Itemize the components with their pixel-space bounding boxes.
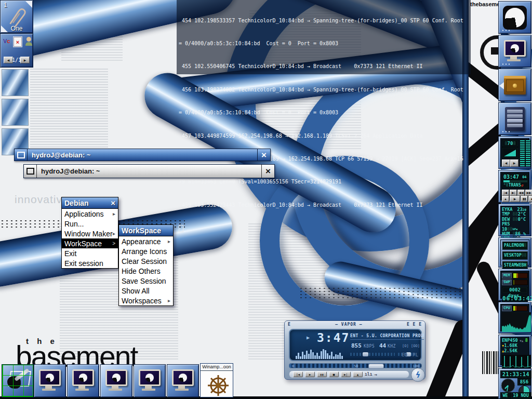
menu-titlebar[interactable]: Debian × — [61, 197, 118, 209]
player-prev-button[interactable]: |◀ — [502, 190, 509, 196]
menu-item-run[interactable]: Run... — [62, 219, 118, 229]
volume-slider-handle[interactable] — [363, 352, 368, 356]
menu-item-workspaces[interactable]: Workspaces▸ — [119, 296, 173, 305]
menu-item-show-all[interactable]: Show All — [119, 286, 173, 296]
workspace-submenu: WorkSpace Appearance▸ Arrange Icons Clea… — [118, 224, 174, 306]
titlebar-inactive[interactable]: hydroJ@debian: ~ × — [23, 164, 275, 178]
submenu-titlebar[interactable]: WorkSpace — [118, 224, 174, 236]
menu-item-arrange-icons[interactable]: Arrange Icons — [119, 246, 173, 256]
close-button[interactable]: × — [257, 149, 270, 161]
dock-tile-terminal[interactable] — [498, 35, 531, 68]
vc-app-icon[interactable]: Vc — [3, 38, 10, 44]
position-slider[interactable]: 0 50 100 — [289, 363, 422, 368]
eject-button[interactable]: ▲ — [353, 371, 363, 377]
memload-dockapp[interactable]: MEM SWP 0002 days, 06:03:42 — [498, 269, 531, 301]
launcher-button-palemoon[interactable]: PALEMOON8 — [502, 241, 528, 250]
launcher-dockapp[interactable]: PALEMOON8 VESKTOP88 STEAMWEBH — [498, 237, 531, 268]
winamp-clutter-badge[interactable]: E — [288, 322, 291, 327]
titlebar-active[interactable]: hydroJ@debian: ~ × — [14, 149, 271, 161]
menu-item-clear-session[interactable]: Clear Session — [119, 256, 173, 266]
stereo-indicator: [OO] — [411, 344, 420, 348]
appicon-terminal[interactable] — [34, 364, 66, 397]
appicon-wprefs[interactable] — [2, 364, 34, 397]
mixer-prev-button[interactable]: ◀ — [502, 159, 510, 167]
stop-button[interactable]: ■ — [329, 371, 339, 377]
miniaturize-button[interactable] — [24, 165, 37, 178]
appicon-terminal[interactable] — [67, 364, 99, 397]
volume-slider[interactable] — [350, 353, 395, 356]
stop-button[interactable]: ■ — [528, 196, 532, 202]
terminal-cursor — [179, 225, 183, 232]
clock-dockapp[interactable]: 21:33:14 856 WE 19 NOU — [498, 368, 531, 399]
next-button[interactable]: ▶| — [341, 371, 351, 377]
dock-tile-drawer[interactable] — [498, 69, 531, 101]
weather-dockapp[interactable]: EYKA 2320 TMP 882°C DEW 880°C PRS 1088hP… — [498, 204, 531, 236]
pos-label-0: 0 — [292, 364, 294, 368]
menu-item-window-maker[interactable]: Window Maker▸ — [62, 229, 118, 238]
visualizer-icon[interactable]: ılı — [365, 372, 372, 377]
winamp-window[interactable]: E — VAPOR — E E E ▶ 3:47 ENT - 5.U. CO — [284, 321, 425, 380]
menu-item-exit-session[interactable]: Exit session — [62, 258, 118, 268]
menu-item-hide-others[interactable]: Hide Others — [119, 266, 173, 276]
submenu-title: WorkSpace — [122, 227, 161, 235]
wallpaper-right-column-paper: thebasement — [469, 0, 501, 399]
pager-dockapp[interactable]: Vc × ◀ 1/1 ▶ — [0, 33, 33, 68]
pause-button[interactable]: ▮▮ — [521, 196, 528, 202]
miniwindow-label: Winamp...oon — [201, 364, 233, 371]
wallpaper-text-block — [30, 69, 108, 157]
network-dockapp[interactable]: ENP4S0 ▼▲ 8 ▼1.68K ▲2.54K ▼445 ▲66.0 — [498, 335, 531, 367]
menu-close-icon[interactable]: × — [111, 198, 115, 207]
terminal-window[interactable]: 454 102.198533357 TechnicolorD_10:84:bd … — [177, 0, 471, 74]
play-button[interactable]: ▶ — [305, 371, 315, 377]
play-button[interactable]: ▶ — [510, 196, 520, 202]
menu-item-save-session[interactable]: Save Session — [119, 276, 173, 286]
winamp-window-buttons[interactable]: E E E — [407, 322, 422, 327]
submenu-items: Appearance▸ Arrange Icons Clear Session … — [118, 236, 174, 306]
eq-button[interactable]: EQ — [402, 352, 407, 357]
menu-item-exit[interactable]: Exit — [62, 248, 118, 258]
eject-button[interactable]: ▲ — [502, 196, 509, 202]
player-forward-button[interactable]: ▶▶ — [525, 190, 532, 196]
winamp-logo-icon[interactable]: ϟ — [411, 368, 425, 382]
clip-next-button[interactable] — [25, 1, 32, 8]
appicon-terminal[interactable] — [167, 364, 199, 397]
mixer-dockapp[interactable]: 8708 ◀ ▶ — [498, 136, 531, 169]
samplerate-unit: KHZ — [388, 344, 396, 349]
previous-button[interactable]: |◀ — [293, 371, 303, 377]
player-next-button[interactable]: ▶| — [510, 190, 517, 196]
player-dockapp[interactable]: 03:47 04 *8TRANS↺ |◀ ▶| ◀◀ ▶▶ ▲ ▶ ▮▮ — [498, 170, 531, 203]
wm-logo-icon — [112, 374, 121, 382]
window-title: hydroJ@debian: ~ — [28, 149, 257, 161]
user-icon[interactable] — [25, 37, 32, 46]
menu-item-workspace[interactable]: WorkSpace> — [62, 238, 118, 248]
close-icon: × — [265, 167, 271, 176]
menu-item-appearance[interactable]: Appearance▸ — [119, 236, 173, 246]
launcher-button-vesktop[interactable]: VESKTOP88 — [502, 251, 528, 260]
pl-button[interactable]: PL — [413, 352, 418, 357]
close-button[interactable]: × — [261, 165, 274, 178]
clip-prev-button[interactable] — [1, 25, 8, 32]
shuffle-arrow-icon[interactable]: → — [374, 372, 377, 377]
appicon-terminal[interactable] — [134, 364, 166, 397]
miniaturize-icon — [26, 168, 34, 175]
pager-next-button[interactable]: ▶ — [20, 57, 30, 63]
cpu-dockapp[interactable]: CPU — [498, 302, 531, 334]
document-x-icon[interactable]: × — [14, 37, 22, 47]
dock-tile-cabinet[interactable] — [498, 102, 531, 135]
miniwindow-winamp[interactable]: Winamp...oon — [200, 363, 233, 397]
winamp-titlebar[interactable]: E — VAPOR — E E E — [285, 321, 425, 328]
terminal-line: 455 102.550406745 TechnicolorD_10:84:bd … — [179, 63, 471, 71]
swap-label: SWP — [502, 280, 512, 285]
workspace-clip[interactable]: 1 One — [0, 0, 33, 33]
pause-button[interactable]: ▮▮ — [317, 371, 327, 377]
terminal-line: 456 103.198274082 TechnicolorD_10:84:bd … — [179, 86, 471, 94]
cabinet-icon — [505, 107, 525, 131]
wm-logo-icon — [145, 374, 154, 382]
player-rewind-button[interactable]: ◀◀ — [517, 190, 525, 196]
menu-item-applications[interactable]: Applications▸ — [62, 209, 118, 219]
appicon-terminal[interactable] — [100, 364, 132, 397]
dock-tile-windowmaker[interactable] — [498, 1, 531, 34]
miniaturize-button[interactable] — [15, 149, 28, 161]
position-slider-handle[interactable] — [368, 364, 384, 369]
mixer-next-button[interactable]: ▶ — [510, 159, 518, 167]
